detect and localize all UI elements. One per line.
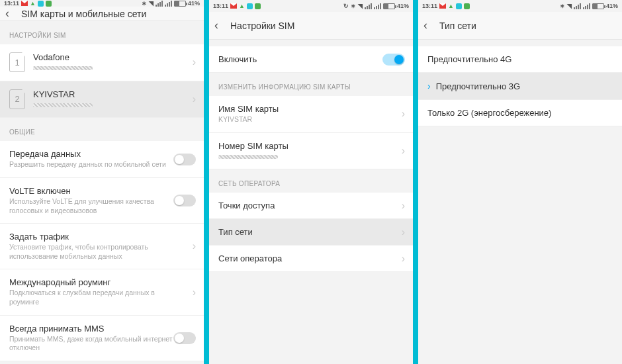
set-traffic-row[interactable]: Задать трафик Установите трафик, чтобы к… bbox=[0, 224, 204, 269]
page-title: Настройки SIM bbox=[230, 21, 294, 31]
battery-percent: 41% bbox=[188, 0, 200, 7]
section-sim-settings: НАСТРОЙКИ SIM bbox=[0, 21, 204, 44]
chevron-right-icon: › bbox=[402, 145, 405, 157]
row-title: Номер SIM карты bbox=[218, 141, 388, 151]
volte-row[interactable]: VoLTE включен Используйте VoLTE для улуч… bbox=[0, 178, 204, 224]
row-title: Передача данных bbox=[9, 149, 179, 159]
row-subtitle: Подключаться к службам передачи данных в… bbox=[9, 289, 179, 306]
only-2g-option[interactable]: Только 2G (энергосбережение) bbox=[418, 100, 622, 126]
chevron-right-icon: › bbox=[402, 253, 405, 265]
enable-sim-row[interactable]: Включить bbox=[209, 46, 413, 73]
page-title: SIM карты и мобильные сети bbox=[21, 9, 146, 19]
chevron-right-icon: › bbox=[193, 56, 196, 68]
apn-row[interactable]: Точки доступа › bbox=[209, 193, 413, 219]
wifi-icon: ◥ bbox=[149, 0, 154, 7]
sim-slot-1-row[interactable]: 1 Vodafone › bbox=[0, 44, 204, 81]
signal-icon-1 bbox=[365, 3, 372, 9]
drive-icon: ▲ bbox=[239, 3, 245, 9]
row-subtitle: Разрешить передачу данных по мобильной с… bbox=[9, 160, 179, 169]
gmail-icon bbox=[230, 3, 237, 9]
row-title: Сети оператора bbox=[218, 253, 388, 263]
signal-icon-1 bbox=[156, 1, 163, 7]
back-icon[interactable]: ‹ bbox=[214, 19, 228, 32]
app-icon-2 bbox=[46, 1, 52, 7]
status-time: 13:11 bbox=[4, 0, 19, 7]
sim2-name: KYIVSTAR bbox=[33, 89, 179, 99]
bluetooth-icon: ∗ bbox=[142, 0, 147, 7]
row-subtitle: Используйте VoLTE для улучшения качества… bbox=[9, 197, 179, 215]
status-time: 13:11 bbox=[213, 3, 228, 9]
gmail-icon bbox=[21, 1, 28, 6]
chevron-right-icon: › bbox=[402, 200, 405, 212]
battery-icon bbox=[383, 3, 395, 9]
section-defaults: НАСТРОЙКИ ПО УМОЛЧАНИЮ bbox=[0, 361, 204, 364]
signal-icon-1 bbox=[574, 3, 581, 9]
row-title: Задать трафик bbox=[9, 232, 179, 242]
row-title: Только 2G (энергосбережение) bbox=[427, 108, 597, 118]
volte-toggle[interactable] bbox=[173, 195, 196, 206]
status-bar: 13:11 ▲ ↻ ∗ ◥ 41% bbox=[209, 0, 413, 12]
chevron-right-icon: › bbox=[193, 240, 196, 252]
mobile-data-row[interactable]: Передача данных Разрешить передачу данны… bbox=[0, 141, 204, 178]
gmail-icon bbox=[439, 3, 446, 9]
always-mms-row[interactable]: Всегда принимать MMS Принимать MMS, даже… bbox=[0, 316, 204, 361]
mobile-data-toggle[interactable] bbox=[173, 154, 196, 165]
row-title: VoLTE включен bbox=[9, 186, 179, 196]
row-title: Предпочтительно 4G bbox=[427, 54, 597, 64]
redacted-text bbox=[33, 66, 93, 70]
drive-icon: ▲ bbox=[30, 0, 36, 7]
mms-toggle[interactable] bbox=[173, 332, 196, 344]
sim-number-row[interactable]: Номер SIM карты › bbox=[209, 133, 413, 170]
drive-icon: ▲ bbox=[448, 3, 454, 9]
back-icon[interactable]: ‹ bbox=[5, 7, 19, 21]
battery-percent: 41% bbox=[397, 3, 409, 9]
prefer-3g-option[interactable]: › Предпочтительно 3G bbox=[418, 73, 622, 100]
selected-indicator-icon: › bbox=[427, 81, 431, 91]
status-bar: 13:11 ▲ ∗ ◥ 41% bbox=[0, 0, 204, 7]
bluetooth-icon: ∗ bbox=[351, 3, 356, 9]
row-title: Включить bbox=[218, 54, 388, 64]
sim-slot-2-row[interactable]: 2 KYIVSTAR › bbox=[0, 81, 204, 118]
signal-icon-2 bbox=[583, 3, 590, 9]
sim-card-icon: 2 bbox=[9, 89, 25, 109]
app-icon-2 bbox=[464, 3, 470, 9]
chevron-right-icon: › bbox=[193, 93, 196, 105]
row-title: Предпочтительно 3G bbox=[436, 81, 597, 91]
wifi-icon: ◥ bbox=[567, 3, 572, 9]
battery-percent: 41% bbox=[606, 3, 618, 9]
redacted-text bbox=[33, 103, 93, 107]
chevron-right-icon: › bbox=[193, 287, 196, 298]
wifi-icon: ◥ bbox=[358, 3, 363, 9]
prefer-4g-option[interactable]: Предпочтительно 4G bbox=[418, 46, 622, 73]
header: ‹ SIM карты и мобильные сети bbox=[0, 7, 204, 21]
row-title: Тип сети bbox=[218, 227, 388, 237]
app-icon-1 bbox=[456, 3, 462, 9]
signal-icon-2 bbox=[374, 3, 381, 9]
sim1-name: Vodafone bbox=[33, 52, 179, 62]
sim-name-value: KYIVSTAR bbox=[218, 115, 388, 124]
back-icon[interactable]: ‹ bbox=[423, 19, 437, 32]
screen-sim-cards: 13:11 ▲ ∗ ◥ 41% ‹ SIM карты и мобильные … bbox=[0, 0, 204, 364]
bluetooth-icon: ∗ bbox=[560, 3, 565, 9]
battery-icon bbox=[592, 3, 604, 9]
header: ‹ Настройки SIM bbox=[209, 12, 413, 40]
signal-icon-2 bbox=[165, 1, 172, 7]
operator-networks-row[interactable]: Сети оператора › bbox=[209, 246, 413, 272]
row-title: Имя SIM карты bbox=[218, 104, 388, 114]
enable-sim-toggle[interactable] bbox=[382, 54, 405, 66]
status-time: 13:11 bbox=[422, 3, 437, 9]
app-icon-2 bbox=[255, 3, 261, 9]
screen-sim-settings: 13:11 ▲ ↻ ∗ ◥ 41% ‹ Настройки SIM Включи… bbox=[209, 0, 413, 364]
roaming-row[interactable]: Международный роуминг Подключаться к слу… bbox=[0, 269, 204, 315]
row-subtitle: Установите трафик, чтобы контролировать … bbox=[9, 243, 179, 261]
row-subtitle: Принимать MMS, даже когда мобильный инте… bbox=[9, 335, 179, 353]
sim-name-row[interactable]: Имя SIM карты KYIVSTAR › bbox=[209, 96, 413, 133]
redacted-text bbox=[218, 155, 278, 159]
section-general: ОБЩИЕ bbox=[0, 118, 204, 141]
header: ‹ Тип сети bbox=[418, 12, 622, 40]
app-icon-1 bbox=[247, 3, 253, 9]
network-type-row[interactable]: Тип сети › bbox=[209, 219, 413, 246]
app-icon-1 bbox=[38, 1, 44, 7]
page-title: Тип сети bbox=[439, 21, 476, 31]
row-title: Всегда принимать MMS bbox=[9, 324, 179, 334]
